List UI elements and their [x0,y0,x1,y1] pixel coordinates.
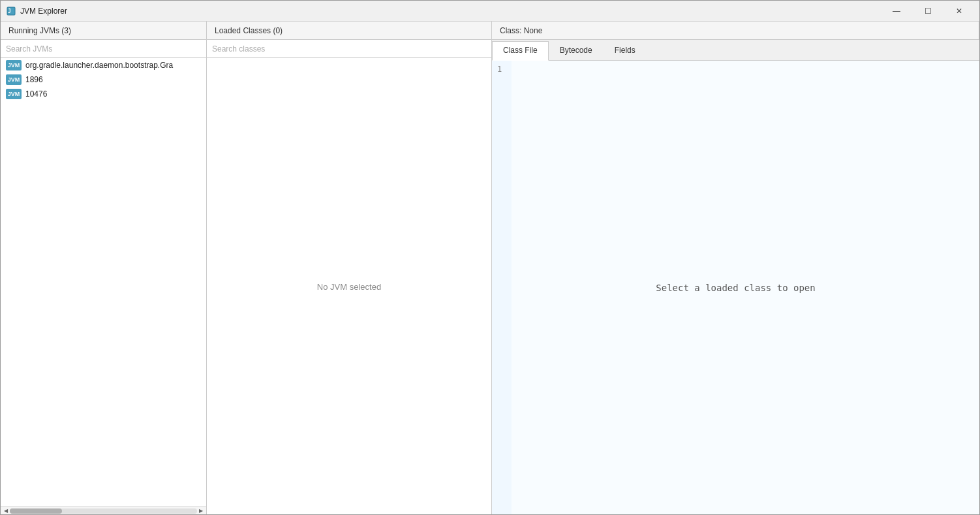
line-number-1: 1 [497,65,502,74]
search-jvms-input[interactable] [1,40,206,58]
window-controls: — ☐ ✕ [881,1,974,22]
jvm-item-name: 1896 [25,75,43,84]
main-content: JVM org.gradle.launcher.daemon.bootstrap… [1,40,979,514]
tab-bytecode-label: Bytecode [560,46,592,55]
tab-fields-label: Fields [615,46,635,55]
section-headers-bar: Running JVMs (3) Loaded Classes (0) Clas… [1,22,979,40]
scroll-thumb[interactable] [10,508,62,514]
title-bar: J JVM Explorer — ☐ ✕ [1,1,979,22]
main-window: J JVM Explorer — ☐ ✕ Running JVMs (3) Lo… [0,0,980,515]
code-area: 1 Select a loaded class to open [492,61,979,514]
jvm-badge: JVM [6,89,22,99]
jvm-list-item[interactable]: JVM 10476 [1,87,206,101]
jvm-panel-header: Running JVMs (3) [1,22,207,39]
jvm-panel: JVM org.gradle.launcher.daemon.bootstrap… [1,40,207,514]
tab-class-file-label: Class File [503,46,538,55]
jvm-panel-scrollbar[interactable]: ◀ ▶ [1,507,206,514]
class-view-panel-header: Class: None [492,22,979,39]
svg-text:J: J [8,8,11,14]
class-empty-message: Select a loaded class to open [656,282,815,294]
tab-bytecode[interactable]: Bytecode [549,41,604,60]
code-content[interactable]: Select a loaded class to open [512,61,979,514]
tab-fields[interactable]: Fields [604,41,647,60]
classes-panel: No JVM selected [207,40,492,514]
class-view-panel: Class File Bytecode Fields 1 Select a lo… [492,40,979,514]
tab-class-file[interactable]: Class File [492,41,549,61]
search-classes-input[interactable] [207,40,491,58]
line-numbers: 1 [492,61,512,514]
no-jvm-message: No JVM selected [317,281,381,291]
scroll-right-arrow[interactable]: ▶ [197,507,205,515]
jvm-badge: JVM [6,60,22,70]
scroll-left-arrow[interactable]: ◀ [2,507,10,515]
class-view-tabs: Class File Bytecode Fields [492,40,979,61]
jvm-item-name: org.gradle.launcher.daemon.bootstrap.Gra [25,61,173,70]
window-title: JVM Explorer [20,7,881,16]
close-button[interactable]: ✕ [944,1,974,22]
jvm-item-name: 10476 [25,89,47,99]
classes-list: No JVM selected [207,58,491,514]
jvm-list: JVM org.gradle.launcher.daemon.bootstrap… [1,58,206,507]
app-icon: J [6,6,16,16]
classes-panel-header: Loaded Classes (0) [207,22,492,39]
scroll-track[interactable] [10,508,197,514]
jvm-badge: JVM [6,74,22,85]
jvm-list-item[interactable]: JVM org.gradle.launcher.daemon.bootstrap… [1,58,206,72]
jvm-list-item[interactable]: JVM 1896 [1,72,206,87]
minimize-button[interactable]: — [881,1,911,22]
maximize-button[interactable]: ☐ [913,1,943,22]
